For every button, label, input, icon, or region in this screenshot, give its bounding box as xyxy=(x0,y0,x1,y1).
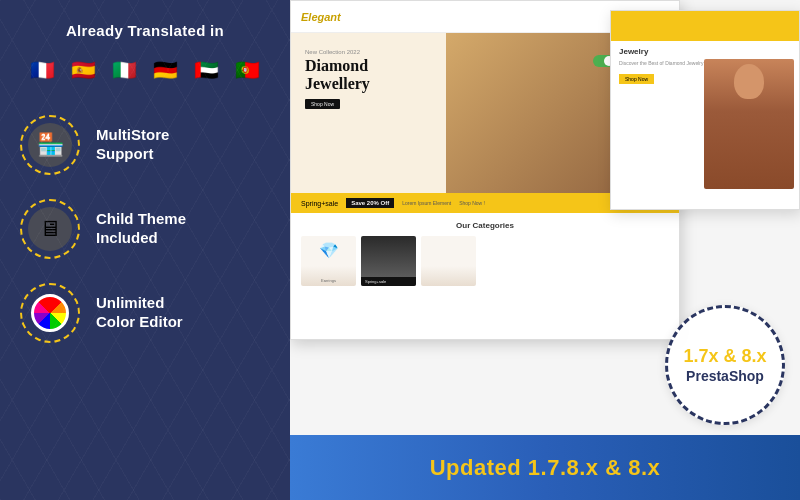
preview-categories: Our Categories 💎 Earrings Spring+sale xyxy=(291,213,679,294)
badge-brand: PrestaShop xyxy=(686,368,764,384)
preview-hero-title: Diamond Jewellery xyxy=(305,57,370,92)
preview-cat-grid: 💎 Earrings Spring+sale xyxy=(301,236,669,286)
flag-spanish: 🇪🇸 xyxy=(67,53,101,87)
preview-spring-text: Spring+sale xyxy=(301,200,338,207)
badge-circle: 1.7x & 8.x PrestaShop xyxy=(665,305,785,425)
preview-shop-btn: Shop Now xyxy=(305,99,340,109)
preview-cat-earrings: 💎 Earrings xyxy=(301,236,356,286)
flag-italian: 🇮🇹 xyxy=(108,53,142,87)
childtheme-subtitle: Included xyxy=(96,229,186,248)
translated-title: Already Translated in xyxy=(66,22,224,39)
multistore-title: MultiStore xyxy=(96,126,169,145)
preview-lorem-text: Lorem Ipsum Element xyxy=(402,200,451,206)
coloreditor-icon-wrap xyxy=(20,283,80,343)
preview-shop-now: Shop Now ! xyxy=(459,200,485,206)
feature-childtheme: 🖥 Child Theme Included xyxy=(20,199,270,259)
preview-secondary: Jewelry Discover the Best of Diamond Jew… xyxy=(610,10,800,210)
preview-logo: Elegant xyxy=(301,11,341,23)
childtheme-icon-wrap: 🖥 xyxy=(20,199,80,259)
multistore-subtitle: Support xyxy=(96,145,169,164)
preview-secondary-jewelry-title: Jewelry xyxy=(619,47,791,56)
preview-secondary-yellow-bar xyxy=(611,11,799,41)
multistore-text: MultiStore Support xyxy=(96,126,169,164)
right-panel: Elegant New Collection 2022 Diamond Jewe… xyxy=(290,0,800,500)
updated-text: Updated 1.7.8.x & 8.x xyxy=(430,455,661,481)
preview-new-collection: New Collection 2022 xyxy=(305,49,370,55)
preview-spring-sale: Spring+sale xyxy=(361,277,416,286)
preview-cat-item3 xyxy=(421,236,476,286)
flag-french: 🇫🇷 xyxy=(26,53,60,87)
multistore-icon-wrap: 🏪 xyxy=(20,115,80,175)
updated-banner: Updated 1.7.8.x & 8.x xyxy=(290,435,800,500)
preview-save-badge: Save 20% Off xyxy=(346,198,394,208)
preview-secondary-shop-btn: Shop Now xyxy=(619,74,654,84)
color-wheel-icon xyxy=(31,294,69,332)
feature-coloreditor: Unlimited Color Editor xyxy=(20,283,270,343)
flag-portuguese: 🇵🇹 xyxy=(231,53,265,87)
childtheme-icon: 🖥 xyxy=(28,207,72,251)
coloreditor-subtitle: Color Editor xyxy=(96,313,183,332)
preview-hero-text: New Collection 2022 Diamond Jewellery Sh… xyxy=(305,49,370,110)
preview-cat-title: Our Categories xyxy=(301,221,669,230)
childtheme-title: Child Theme xyxy=(96,210,186,229)
coloreditor-text: Unlimited Color Editor xyxy=(96,294,183,332)
updated-text-label: Updated 1.7.8.x & 8.x xyxy=(430,455,661,480)
flag-german: 🇩🇪 xyxy=(149,53,183,87)
left-panel: Already Translated in 🇫🇷 🇪🇸 🇮🇹 🇩🇪 🇦🇪 🇵🇹 … xyxy=(0,0,290,500)
feature-multistore: 🏪 MultiStore Support xyxy=(20,115,270,175)
multistore-icon: 🏪 xyxy=(28,123,72,167)
coloreditor-title: Unlimited xyxy=(96,294,183,313)
flags-row: 🇫🇷 🇪🇸 🇮🇹 🇩🇪 🇦🇪 🇵🇹 xyxy=(26,53,265,87)
badge-version: 1.7x & 8.x xyxy=(683,347,766,365)
childtheme-text: Child Theme Included xyxy=(96,210,186,248)
preview-cat-person: Spring+sale xyxy=(361,236,416,286)
preview-secondary-inner: Jewelry Discover the Best of Diamond Jew… xyxy=(611,41,799,201)
flag-arabic: 🇦🇪 xyxy=(190,53,224,87)
prestashop-badge: 1.7x & 8.x PrestaShop xyxy=(660,300,790,430)
woman-photo xyxy=(704,59,794,189)
